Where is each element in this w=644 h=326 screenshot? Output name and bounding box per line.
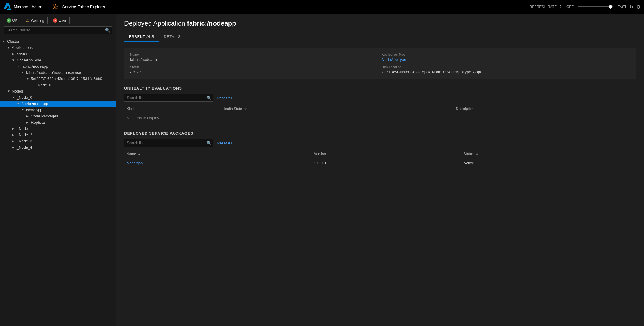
tree-item[interactable]: ▼_Node_0 — [0, 94, 116, 101]
page-title-name: fabric:/nodeapp — [187, 20, 236, 27]
name-sort-icon[interactable]: ▲ — [138, 152, 141, 156]
chevron-icon: ▶ — [12, 139, 17, 143]
unhealthy-table: Kind Health State ▽ Description No items… — [124, 105, 636, 123]
topbar-controls: REFRESH RATE 2s OFF FAST ↻ ⚙ — [530, 4, 641, 10]
search-cluster-icon: 🔍 — [105, 28, 110, 33]
tree-item[interactable]: ▼Applications — [0, 44, 116, 51]
svg-point-7 — [57, 5, 58, 6]
chevron-icon: ▶ — [12, 127, 17, 130]
chevron-icon: ▼ — [21, 71, 26, 74]
col-health-state: Health State ▽ — [220, 105, 454, 113]
packages-reset-all[interactable]: Reset All — [217, 141, 232, 145]
tree-item[interactable]: ▼Cluster — [0, 38, 116, 44]
field-disk-label: Disk Location — [382, 65, 630, 69]
chevron-icon: ▶ — [26, 121, 31, 124]
filter-ok[interactable]: ✓ OK — [4, 17, 20, 24]
refresh-fast: FAST — [618, 5, 626, 9]
tree-item[interactable]: _Node_0 — [0, 82, 116, 88]
unhealthy-reset-all[interactable]: Reset All — [217, 96, 232, 100]
pkg-status-filter-icon[interactable]: ▽ — [476, 152, 478, 156]
tree-item[interactable]: ▼fabric:/nodeapp/nodeappservice — [0, 69, 116, 76]
refresh-slider-thumb[interactable] — [609, 5, 612, 9]
chevron-icon: ▼ — [7, 90, 12, 93]
filter-ok-label: OK — [12, 18, 17, 23]
tree-item[interactable]: ▶_Node_2 — [0, 132, 116, 138]
tree-item[interactable]: ▼fabric:/nodeapp — [0, 63, 116, 69]
refresh-off: OFF — [566, 5, 574, 9]
packages-table: Name ▲ Version Status ▽ NodeApp 1.0.0.0 … — [124, 150, 636, 168]
field-disk-location: Disk Location C:\SfDevCluster\Data\_App\… — [382, 65, 630, 74]
content-area: Deployed Application fabric:/nodeapp ESS… — [116, 14, 644, 326]
filter-warning[interactable]: ⚠ Warning — [23, 17, 47, 24]
tree-item[interactable]: ▶_Node_3 — [0, 138, 116, 144]
health-state-filter-icon[interactable]: ▽ — [244, 107, 247, 111]
app-name: Service Fabric Explorer — [62, 4, 105, 9]
tree-item[interactable]: ▼fabric:/nodeapp — [0, 101, 116, 107]
sidebar-tree: ▼Cluster▼Applications▶System▼NodeAppType… — [0, 37, 116, 326]
chevron-icon: ▼ — [26, 77, 31, 80]
refresh-icon[interactable]: ↻ — [629, 4, 633, 10]
unhealthy-table-header: Kind Health State ▽ Description — [124, 105, 636, 113]
unhealthy-search-row: 🔍 Reset All — [124, 94, 636, 102]
tree-item-label: _Node_1 — [17, 126, 116, 131]
svg-point-1 — [55, 4, 56, 5]
filter-error-label: Error — [59, 18, 67, 23]
chevron-icon: ▼ — [12, 96, 17, 99]
tree-item-label: fabric:/nodeapp/nodeappservice — [26, 70, 116, 75]
tree-item-label: System — [17, 52, 116, 56]
tree-item-label: fabric:/nodeapp — [21, 64, 116, 69]
tree-item[interactable]: ▶Replicas — [0, 119, 116, 125]
tree-item[interactable]: ▶_Node_1 — [0, 125, 116, 132]
svg-point-0 — [54, 6, 56, 8]
tree-item[interactable]: ▶System — [0, 51, 116, 57]
page-title-prefix: Deployed Application — [124, 20, 185, 27]
tree-item[interactable]: ▼Nodes — [0, 88, 116, 94]
field-name: Name fabric:/nodeapp — [130, 53, 378, 62]
tree-item-label: NodeAppType — [17, 58, 116, 62]
unhealthy-search-icon: 🔍 — [207, 96, 211, 100]
warning-icon: ⚠ — [26, 18, 30, 23]
brand: Microsoft Azure — [4, 3, 42, 11]
search-cluster-input[interactable] — [4, 26, 112, 34]
tab-details[interactable]: DETAILS — [159, 32, 185, 42]
unhealthy-section: UNHEALTHY EVALUATIONS 🔍 Reset All Kind H… — [124, 86, 636, 123]
tree-item-label: Code Packages — [31, 114, 116, 118]
tree-item[interactable]: ▶Code Packages — [0, 113, 116, 119]
tree-item[interactable]: ▼NodeAppType — [0, 57, 116, 63]
tree-item[interactable]: ▼5ef23f37-633c-43ac-a138-7e15314a6bb9 — [0, 76, 116, 82]
svg-point-8 — [53, 8, 54, 9]
refresh-rate: 2s — [560, 5, 564, 9]
field-status-value: Active — [130, 70, 378, 74]
chevron-icon: ▶ — [12, 146, 17, 149]
svg-point-5 — [53, 5, 54, 6]
brand-text: Microsoft Azure — [14, 4, 42, 9]
chevron-icon: ▼ — [21, 108, 26, 112]
tab-essentials[interactable]: ESSENTIALS — [124, 32, 159, 42]
tree-item-label: Cluster — [7, 39, 116, 44]
col-pkg-name: Name ▲ — [124, 150, 312, 158]
col-pkg-version: Version — [312, 150, 461, 158]
field-disk-value: C:\SfDevCluster\Data\_App\_Node_0\NodeAp… — [382, 70, 630, 74]
page-title: Deployed Application fabric:/nodeapp — [124, 20, 636, 27]
field-name-label: Name — [130, 53, 378, 56]
chevron-icon: ▼ — [17, 65, 21, 68]
chevron-icon: ▶ — [12, 52, 17, 55]
tabs: ESSENTIALS DETAILS — [124, 32, 636, 42]
refresh-slider[interactable] — [578, 6, 613, 7]
tree-item-label: _Node_4 — [17, 145, 116, 150]
packages-search-input[interactable] — [124, 139, 213, 147]
filter-error[interactable]: ✕ Error — [50, 17, 70, 24]
packages-table-header: Name ▲ Version Status ▽ — [124, 150, 636, 158]
tree-item-label: _Node_0 — [17, 95, 116, 100]
settings-icon[interactable]: ⚙ — [636, 4, 640, 10]
pkg-name-cell[interactable]: NodeApp — [124, 158, 312, 168]
tree-item[interactable]: ▼NodeApp — [0, 107, 116, 113]
tree-item[interactable]: ▶_Node_4 — [0, 144, 116, 150]
topbar: Microsoft Azure Service Fabric Explorer … — [0, 0, 644, 14]
unhealthy-search-input[interactable] — [124, 94, 213, 102]
pkg-status-cell: Active — [461, 158, 636, 168]
unhealthy-title: UNHEALTHY EVALUATIONS — [124, 86, 636, 90]
field-app-type-value[interactable]: NodeAppType — [382, 57, 630, 62]
pkg-version-cell: 1.0.0.0 — [312, 158, 461, 168]
topbar-divider — [47, 3, 47, 10]
